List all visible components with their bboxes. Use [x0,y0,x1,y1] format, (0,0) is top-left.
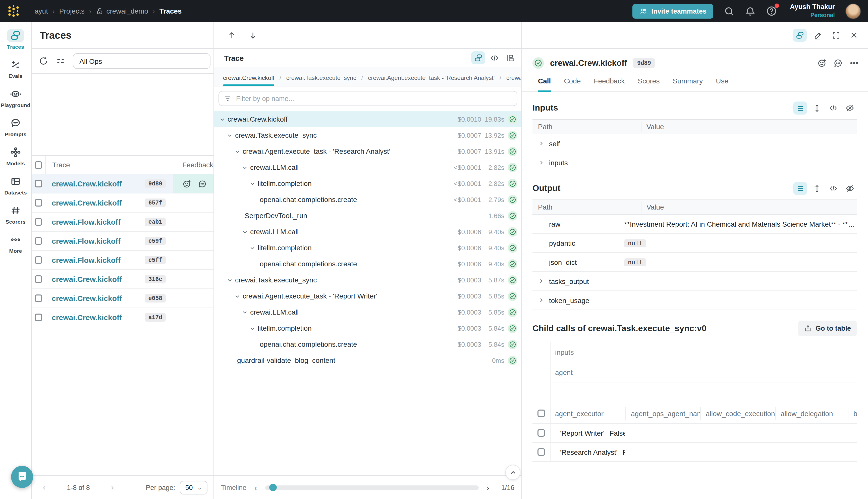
chevron-right-icon[interactable] [537,278,545,284]
trace-breadcrumb-tab[interactable]: crewai.Crew.kickoff [223,74,274,86]
op-name-filter-input[interactable] [219,91,517,106]
trace-list-row[interactable]: crewai.Crew.kickoff 657f [32,194,213,212]
trace-link[interactable]: crewai.Crew.kickoff [52,313,122,321]
sidebar-item-prompts[interactable]: Prompts [0,117,31,137]
column-header[interactable]: b [848,407,857,420]
next-page-icon[interactable]: › [106,483,119,492]
tab-call[interactable]: Call [538,77,551,92]
call-tree-row[interactable]: SerperDevTool._run 1.66s [214,208,521,223]
expand-rows-icon[interactable] [810,182,824,195]
comment-icon[interactable] [198,179,207,188]
select-all-checkbox[interactable] [537,410,545,417]
expand-rows-icon[interactable] [810,101,824,114]
trace-link[interactable]: crewai.Crew.kickoff [52,294,122,303]
kv-row[interactable]: raw **Investment Report: AI in Chemical … [532,215,857,234]
call-tree-row[interactable]: guardrail-validate_blog_content 0ms [214,352,521,368]
row-checkbox[interactable] [35,237,42,245]
timeline-prev-icon[interactable]: ‹ [252,483,259,492]
chevron-down-icon[interactable] [233,147,241,155]
kv-row[interactable]: inputs [532,153,857,172]
code-view-icon[interactable] [826,182,840,195]
call-tree-row[interactable]: crewai.LLM.call $0.0006 9.40s [214,223,521,240]
call-tree-row[interactable]: litellm.completion $0.0006 9.40s [214,240,521,256]
row-checkbox[interactable] [35,218,42,226]
trace-list-row[interactable]: crewai.Crew.kickoff 316c [32,270,213,289]
row-checkbox[interactable] [35,256,42,264]
row-checkbox[interactable] [35,314,42,321]
trace-list-row[interactable]: crewai.Flow.kickoff eab1 [32,212,213,232]
column-header[interactable]: allow_code_execution [700,407,775,420]
chevron-right-icon[interactable] [537,297,545,304]
close-icon[interactable] [847,29,861,42]
trace-breadcrumb-tab[interactable]: crewai.Agent.execute_task - 'Research An… [368,74,495,86]
chevron-down-icon[interactable] [225,276,234,284]
call-tree-row[interactable]: crewai.Agent.execute_task - 'Report Writ… [214,288,521,304]
chevron-right-icon[interactable] [537,140,545,147]
kv-row[interactable]: tasks_output [532,272,857,291]
trace-breadcrumb-tab[interactable]: crewai.Task.execute_sync [286,74,356,86]
chevron-down-icon[interactable] [233,292,241,300]
next-trace-icon[interactable] [245,28,260,43]
column-header[interactable]: allow_delegation [775,407,848,420]
chevron-down-icon[interactable] [248,179,256,187]
search-icon[interactable] [724,6,735,16]
tree-view-icon[interactable] [471,51,485,64]
add-reaction-icon[interactable] [815,56,829,69]
sidebar-item-playground[interactable]: Playground [0,87,31,108]
chevron-down-icon[interactable] [240,308,249,316]
expanded-view-icon[interactable] [793,101,807,114]
kv-row[interactable]: pydantic null [532,234,857,253]
call-tree-row[interactable]: litellm.completion <$0.0001 2.82s [214,175,521,192]
chevron-down-icon[interactable] [248,244,256,252]
call-tree-row[interactable]: crewai.LLM.call <$0.0001 2.82s [214,159,521,175]
call-tree-row[interactable]: crewai.LLM.call $0.0003 5.85s [214,304,521,320]
hide-icon[interactable] [843,101,857,114]
hide-icon[interactable] [843,182,857,195]
trace-list-row[interactable]: crewai.Crew.kickoff a17d [32,308,213,327]
call-tree-row[interactable]: crewai.Task.execute_sync $0.0003 5.87s [214,272,521,288]
ops-filter-select[interactable]: All Ops [73,53,210,69]
kv-row[interactable]: json_dict null [532,253,857,272]
per-page-select[interactable]: 50 ⌄ [180,480,208,494]
flame-graph-icon[interactable] [503,51,517,64]
kv-row[interactable]: token_usage [532,291,857,310]
open-trace-view-icon[interactable] [793,29,807,42]
chevron-down-icon[interactable] [240,163,249,171]
expanded-view-icon[interactable] [793,182,807,195]
trace-link[interactable]: crewai.Flow.kickoff [52,218,121,226]
chevron-down-icon[interactable] [218,115,226,123]
sidebar-item-more[interactable]: More [0,233,31,254]
code-view-icon[interactable] [826,101,840,114]
prev-page-icon[interactable]: ‹ [38,483,51,492]
column-header[interactable]: agent_executor [550,409,625,417]
trace-link[interactable]: crewai.Flow.kickoff [52,256,121,264]
timeline-slider[interactable] [265,485,479,490]
wandb-logo-icon[interactable] [7,4,21,17]
tab-code[interactable]: Code [564,77,581,92]
chat-launcher-button[interactable] [11,466,33,488]
chevron-right-icon[interactable] [537,159,545,166]
column-filter-icon[interactable] [53,53,68,69]
breadcrumb-project[interactable]: crewai_demo [96,7,148,15]
edit-icon[interactable] [811,29,825,42]
column-header-feedback[interactable]: Feedback [173,156,213,174]
overflow-menu-icon[interactable] [847,56,861,69]
tab-scores[interactable]: Scores [638,77,659,92]
call-tree-row[interactable]: crewai.Crew.kickoff $0.0010 19.83s [214,111,521,127]
child-call-row[interactable]: 'Research Analyst'FalseFalse'E [532,443,857,462]
select-all-checkbox[interactable] [35,161,42,169]
call-id-badge[interactable]: 9d89 [633,58,655,68]
sidebar-item-traces[interactable]: Traces [0,29,31,50]
row-checkbox[interactable] [35,276,42,283]
trace-breadcrumb-tab[interactable]: crewai.LLM.cal [506,74,521,86]
code-view-icon[interactable] [487,51,501,64]
sidebar-item-models[interactable]: Models [0,146,31,166]
trace-list-row[interactable]: crewai.Flow.kickoff c5ff [32,251,213,270]
tab-feedback[interactable]: Feedback [594,77,625,92]
column-header[interactable]: agent_ops_agent_nan [625,407,700,420]
sidebar-item-datasets[interactable]: Datasets [0,175,31,195]
scroll-to-top-button[interactable] [505,465,520,480]
avatar[interactable] [845,3,861,19]
user-menu[interactable]: Ayush Thakur Personal [790,3,835,19]
row-checkbox[interactable] [35,199,42,207]
